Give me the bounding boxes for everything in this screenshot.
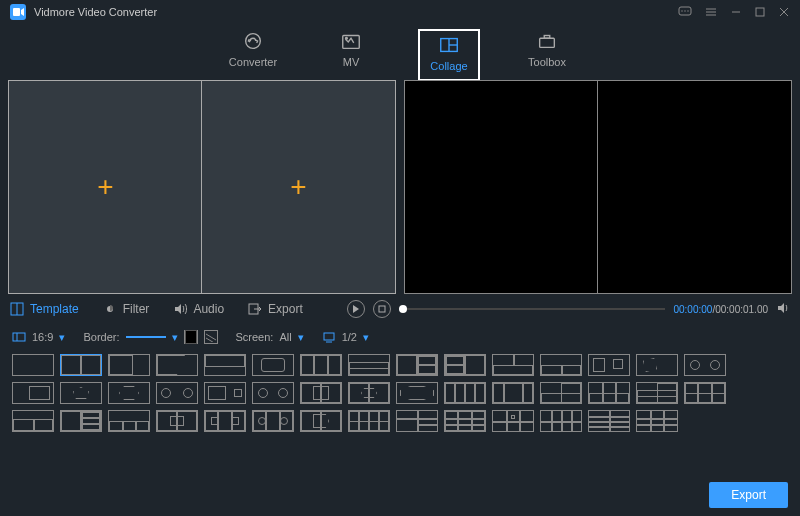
tab-mv-label: MV <box>343 56 360 68</box>
template-item[interactable] <box>60 354 102 376</box>
volume-icon[interactable] <box>776 301 790 318</box>
feedback-icon[interactable] <box>678 5 692 19</box>
preview-cell-2 <box>598 81 791 293</box>
close-icon[interactable] <box>778 6 790 18</box>
template-item[interactable] <box>108 382 150 404</box>
template-grid <box>0 350 800 440</box>
template-item[interactable] <box>12 354 54 376</box>
template-item[interactable] <box>252 410 294 432</box>
svg-rect-18 <box>540 38 555 47</box>
subtab-export-label: Export <box>268 302 303 316</box>
chevron-down-icon: ▾ <box>363 331 369 344</box>
template-item[interactable] <box>348 410 390 432</box>
svg-point-2 <box>681 10 682 11</box>
template-item[interactable] <box>396 410 438 432</box>
template-item[interactable] <box>204 382 246 404</box>
template-item[interactable] <box>492 382 534 404</box>
page-select[interactable]: 1/2 ▾ <box>322 330 369 344</box>
template-item[interactable] <box>684 354 726 376</box>
template-item[interactable] <box>588 354 630 376</box>
template-item[interactable] <box>636 382 678 404</box>
template-item[interactable] <box>156 354 198 376</box>
time-display: 00:00:00/00:00:01.00 <box>673 304 768 315</box>
template-item[interactable] <box>156 410 198 432</box>
template-item[interactable] <box>204 410 246 432</box>
border-label: Border: <box>83 331 119 343</box>
workarea: + + <box>0 80 800 294</box>
template-item[interactable] <box>636 410 678 432</box>
template-item[interactable] <box>108 354 150 376</box>
stop-button[interactable] <box>373 300 391 318</box>
screen-select[interactable]: Screen: All ▾ <box>236 331 304 344</box>
template-item[interactable] <box>108 410 150 432</box>
template-item[interactable] <box>396 354 438 376</box>
export-button[interactable]: Export <box>709 482 788 508</box>
template-item[interactable] <box>588 410 630 432</box>
template-item[interactable] <box>12 410 54 432</box>
tab-collage-label: Collage <box>430 60 467 72</box>
template-item[interactable] <box>636 354 678 376</box>
template-item[interactable] <box>396 382 438 404</box>
template-item[interactable] <box>12 382 54 404</box>
collage-cell-1[interactable]: + <box>9 81 202 293</box>
play-button[interactable] <box>347 300 365 318</box>
svg-rect-9 <box>756 8 764 16</box>
template-item[interactable] <box>60 410 102 432</box>
collage-cell-2[interactable]: + <box>202 81 395 293</box>
border-control: Border: ▾ <box>83 330 217 344</box>
screen-value: All <box>279 331 291 343</box>
template-item[interactable] <box>444 354 486 376</box>
template-item[interactable] <box>300 382 342 404</box>
subtab-audio[interactable]: Audio <box>173 302 224 316</box>
menu-icon[interactable] <box>704 5 718 19</box>
minimize-icon[interactable] <box>730 6 742 18</box>
chevron-down-icon: ▾ <box>298 331 304 344</box>
template-item[interactable] <box>684 382 726 404</box>
template-item[interactable] <box>348 354 390 376</box>
tab-mv[interactable]: MV <box>321 30 381 80</box>
border-color-picker[interactable] <box>184 330 198 344</box>
template-item[interactable] <box>444 410 486 432</box>
time-total: 00:00:01.00 <box>715 304 768 315</box>
template-item[interactable] <box>540 410 582 432</box>
template-item[interactable] <box>300 410 342 432</box>
subtab-template[interactable]: Template <box>10 302 79 316</box>
template-item[interactable] <box>204 354 246 376</box>
tab-converter[interactable]: Converter <box>223 30 283 80</box>
template-item[interactable] <box>492 410 534 432</box>
subtab-export[interactable]: Export <box>248 302 303 316</box>
template-item[interactable] <box>252 354 294 376</box>
chevron-down-icon[interactable]: ▾ <box>172 331 178 344</box>
template-item[interactable] <box>252 382 294 404</box>
seek-thumb[interactable] <box>399 305 407 313</box>
aspect-ratio-value: 16:9 <box>32 331 53 343</box>
tab-collage[interactable]: Collage <box>419 30 479 80</box>
time-current: 00:00:00 <box>673 304 712 315</box>
svg-rect-23 <box>379 306 385 312</box>
border-pattern-button[interactable] <box>204 330 218 344</box>
aspect-ratio-select[interactable]: 16:9 ▾ <box>12 330 65 344</box>
svg-point-14 <box>346 37 348 39</box>
seek-track[interactable] <box>399 308 666 310</box>
template-item[interactable] <box>492 354 534 376</box>
template-item[interactable] <box>300 354 342 376</box>
sub-tabs-row: Template Filter Audio Export 00:00:00/00… <box>0 294 800 324</box>
app-logo <box>10 4 26 20</box>
template-item[interactable] <box>444 382 486 404</box>
svg-rect-0 <box>13 8 20 16</box>
template-item[interactable] <box>540 382 582 404</box>
subtab-template-label: Template <box>30 302 79 316</box>
screen-label: Screen: <box>236 331 274 343</box>
subtab-filter[interactable]: Filter <box>103 302 150 316</box>
border-style-select[interactable] <box>126 336 166 338</box>
tab-toolbox[interactable]: Toolbox <box>517 30 577 80</box>
template-item[interactable] <box>348 382 390 404</box>
template-item[interactable] <box>156 382 198 404</box>
template-item[interactable] <box>588 382 630 404</box>
main-tabs: Converter MV Collage Toolbox <box>0 24 800 80</box>
chevron-down-icon: ▾ <box>59 331 65 344</box>
template-item[interactable] <box>540 354 582 376</box>
maximize-icon[interactable] <box>754 6 766 18</box>
template-item[interactable] <box>60 382 102 404</box>
subtab-audio-label: Audio <box>193 302 224 316</box>
